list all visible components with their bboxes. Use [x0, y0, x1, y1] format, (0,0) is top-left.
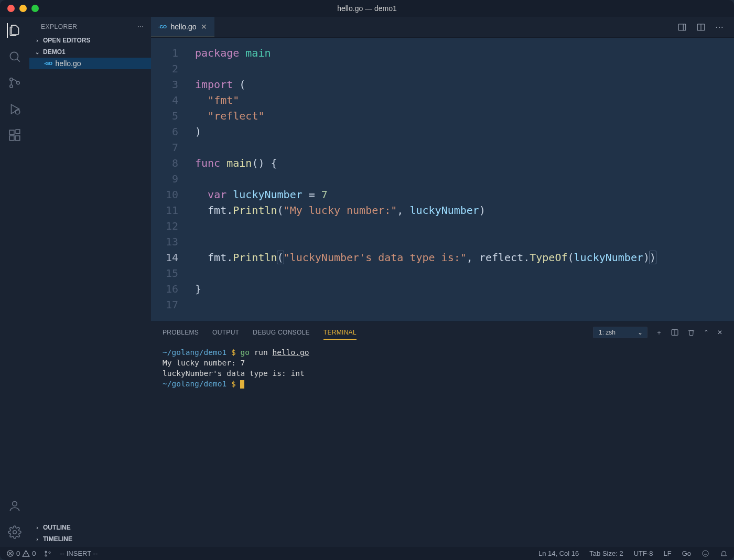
svg-point-23	[46, 551, 47, 553]
title-bar: hello.go — demo1	[0, 0, 734, 17]
chevron-right-icon: ›	[34, 536, 41, 542]
explorer-sidebar: EXPLORER ⋯ › OPEN EDITORS ⌄ DEMO1 -GO he…	[29, 17, 151, 547]
status-encoding[interactable]: UTF-8	[634, 550, 653, 557]
status-tab-size[interactable]: Tab Size: 2	[589, 550, 623, 557]
source-control-icon[interactable]	[7, 76, 22, 90]
tab-hello-go[interactable]: -GO hello.go ✕	[151, 17, 214, 37]
svg-point-3	[10, 85, 13, 88]
svg-point-26	[703, 551, 708, 556]
minimize-window-button[interactable]	[19, 5, 27, 12]
terminal-cursor	[240, 380, 244, 389]
terminal-selector[interactable]: 1: zsh ⌄	[593, 327, 647, 338]
go-file-icon: -GO	[44, 61, 52, 66]
explorer-more-icon[interactable]: ⋯	[137, 23, 144, 30]
line-number-gutter: 1234567891011121314151617	[151, 38, 189, 321]
status-errors[interactable]: 0 0	[6, 550, 36, 557]
svg-point-25	[49, 552, 51, 553]
chevron-down-icon: ⌄	[638, 329, 643, 336]
terminal-line: My lucky number: 7	[163, 358, 722, 368]
open-editors-section[interactable]: › OPEN EDITORS	[29, 35, 151, 46]
window-controls	[0, 5, 39, 12]
svg-point-24	[46, 555, 47, 556]
chevron-down-icon: ⌄	[34, 49, 41, 55]
activity-bar	[0, 17, 29, 547]
svg-rect-9	[15, 136, 20, 141]
search-icon[interactable]	[7, 49, 22, 64]
close-panel-icon[interactable]: ✕	[717, 329, 722, 336]
split-terminal-icon[interactable]	[671, 328, 679, 337]
terminal-line: ~/golang/demo1 $ go run hello.go	[163, 347, 722, 358]
status-line-col[interactable]: Ln 14, Col 16	[538, 550, 579, 557]
status-vim-mode: -- INSERT --	[60, 550, 98, 557]
timeline-section[interactable]: › TIMELINE	[29, 533, 151, 545]
status-notifications-icon[interactable]	[720, 550, 728, 557]
outline-section[interactable]: › OUTLINE	[29, 522, 151, 533]
maximize-window-button[interactable]	[31, 5, 39, 12]
new-terminal-icon[interactable]: ＋	[656, 328, 662, 337]
status-git-branch[interactable]	[44, 550, 51, 557]
extensions-icon[interactable]	[7, 128, 22, 143]
kill-terminal-icon[interactable]	[687, 329, 695, 337]
status-feedback-icon[interactable]	[701, 550, 709, 557]
status-language[interactable]: Go	[682, 550, 691, 557]
project-section[interactable]: ⌄ DEMO1	[29, 46, 151, 58]
panel-tab-terminal[interactable]: TERMINAL	[323, 329, 357, 340]
status-bar: 0 0 -- INSERT -- Ln 14, Col 16 Tab Size:…	[0, 547, 734, 560]
toggle-secondary-sidebar-icon[interactable]	[677, 23, 687, 32]
explorer-title: EXPLORER	[41, 23, 77, 30]
svg-rect-8	[9, 136, 14, 141]
terminal-line: luckyNumber's data type is: int	[163, 368, 722, 379]
settings-gear-icon[interactable]	[7, 525, 22, 540]
window-title: hello.go — demo1	[337, 4, 397, 13]
chevron-right-icon: ›	[34, 525, 41, 531]
debug-icon[interactable]	[7, 102, 22, 116]
svg-point-4	[17, 81, 19, 84]
svg-rect-7	[9, 130, 14, 135]
close-window-button[interactable]	[7, 5, 15, 12]
svg-rect-13	[678, 24, 686, 30]
terminal-line: ~/golang/demo1 $	[163, 379, 722, 389]
svg-point-0	[10, 52, 18, 60]
code-editor[interactable]: 1234567891011121314151617 package mainim…	[151, 38, 734, 321]
close-tab-icon[interactable]: ✕	[201, 23, 207, 31]
panel-tab-problems[interactable]: PROBLEMS	[163, 329, 199, 336]
panel-tab-debug-console[interactable]: DEBUG CONSOLE	[253, 329, 310, 336]
go-file-icon: -GO	[158, 24, 167, 29]
panel-tab-output[interactable]: OUTPUT	[212, 329, 239, 336]
svg-line-1	[17, 59, 19, 61]
more-actions-icon[interactable]: ⋯	[715, 22, 724, 32]
code-content[interactable]: package mainimport ( "fmt" "reflect")fun…	[189, 38, 734, 321]
split-editor-icon[interactable]	[696, 23, 706, 32]
panel-tab-bar: PROBLEMS OUTPUT DEBUG CONSOLE TERMINAL 1…	[151, 322, 734, 343]
maximize-panel-icon[interactable]: ⌃	[704, 329, 709, 336]
editor-tab-bar: -GO hello.go ✕ ⋯	[151, 17, 734, 38]
chevron-right-icon: ›	[34, 38, 41, 44]
svg-point-2	[10, 78, 13, 81]
terminal-content[interactable]: ~/golang/demo1 $ go run hello.go My luck…	[151, 343, 734, 547]
status-eol[interactable]: LF	[663, 550, 671, 557]
file-item-hello-go[interactable]: -GO hello.go	[29, 58, 151, 69]
svg-point-12	[13, 531, 17, 534]
accounts-icon[interactable]	[7, 499, 22, 513]
svg-rect-10	[16, 130, 20, 134]
svg-point-11	[13, 501, 17, 506]
explorer-icon[interactable]	[7, 23, 21, 38]
bottom-panel: PROBLEMS OUTPUT DEBUG CONSOLE TERMINAL 1…	[151, 321, 734, 547]
